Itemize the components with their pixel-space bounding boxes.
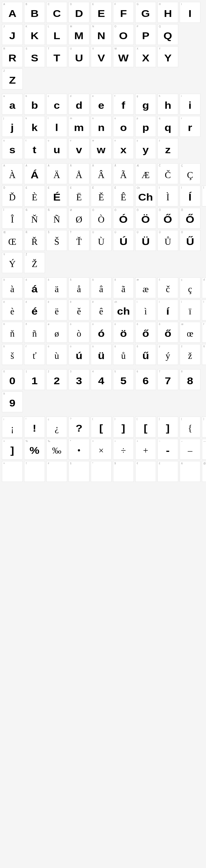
glyph-cell[interactable]: ]]: [158, 416, 178, 437]
glyph-cell[interactable]: ff: [113, 94, 134, 115]
glyph-cell[interactable]: *•: [69, 439, 89, 460]
glyph-cell[interactable]: QQ: [158, 24, 178, 45]
glyph-cell[interactable]: ÎÎ: [2, 208, 23, 228]
glyph-cell[interactable]: OO: [113, 24, 134, 45]
glyph-cell[interactable]: PP: [135, 24, 156, 45]
glyph-cell[interactable]: ??: [69, 416, 89, 437]
glyph-cell[interactable]: óó: [91, 322, 111, 343]
glyph-cell[interactable]: ÚÚ: [113, 230, 134, 251]
glyph-cell[interactable]: ss: [2, 138, 23, 159]
glyph-cell[interactable]: ìì: [135, 300, 156, 320]
glyph-cell[interactable]: çç: [180, 277, 200, 298]
glyph-cell[interactable]: úú: [69, 344, 89, 365]
glyph-cell[interactable]: UU: [69, 46, 89, 67]
glyph-cell[interactable]: òò: [69, 322, 89, 343]
glyph-cell[interactable]: áá: [24, 277, 45, 298]
glyph-cell[interactable]: 77: [158, 369, 178, 390]
glyph-cell[interactable]: ůű: [135, 344, 156, 365]
glyph-cell[interactable]: žž: [180, 344, 200, 365]
glyph-cell[interactable]: LL: [46, 24, 67, 45]
glyph-cell[interactable]: }}: [202, 416, 206, 437]
glyph-cell[interactable]: MM: [69, 24, 89, 45]
glyph-cell[interactable]: cc: [46, 94, 67, 115]
glyph-cell[interactable]: ââ: [91, 277, 111, 298]
glyph-cell[interactable]: %%: [24, 439, 45, 460]
glyph-cell[interactable]: 11: [24, 369, 45, 390]
glyph-cell[interactable]: ee: [91, 94, 111, 115]
glyph-cell[interactable]: FF: [113, 2, 134, 23]
glyph-cell[interactable]: uu: [46, 138, 67, 159]
glyph-cell[interactable]: ãã: [113, 277, 134, 298]
glyph-cell[interactable]: ŽŽ: [24, 252, 45, 273]
glyph-cell[interactable]: ææ: [135, 277, 156, 298]
glyph-cell[interactable]: ÍÍ: [180, 186, 200, 206]
glyph-cell[interactable]: BB: [24, 2, 45, 23]
glyph-cell[interactable]: ÀÀ: [2, 163, 23, 184]
glyph-cell[interactable]: )]: [113, 416, 134, 437]
glyph-cell[interactable]: ýý: [158, 344, 178, 365]
glyph-cell[interactable]: RR: [2, 46, 23, 67]
glyph-cell[interactable]: ÈÈ: [24, 186, 45, 206]
glyph-cell[interactable]: jj: [2, 116, 23, 137]
glyph-cell[interactable]: îî: [202, 300, 206, 320]
glyph-cell[interactable]: ÅÅ: [69, 163, 89, 184]
glyph-cell[interactable]: £: [158, 461, 178, 482]
glyph-cell[interactable]: ÇÇ: [180, 163, 200, 184]
glyph-cell[interactable]: TT: [46, 46, 67, 67]
glyph-cell[interactable]: čč: [158, 277, 178, 298]
glyph-cell[interactable]: œœ: [180, 322, 200, 343]
glyph-cell[interactable]: ÆÆ: [135, 163, 156, 184]
glyph-cell[interactable]: ÙÙ: [91, 230, 111, 251]
glyph-cell[interactable]: ûů: [113, 344, 134, 365]
glyph-cell[interactable]: êê: [91, 300, 111, 320]
glyph-cell[interactable]: 99: [2, 392, 23, 412]
glyph-cell[interactable]: 55: [113, 369, 134, 390]
glyph-cell[interactable]: šš: [2, 344, 23, 365]
glyph-cell[interactable]: ÏÏ: [202, 186, 206, 206]
glyph-cell[interactable]: ññ: [24, 322, 45, 343]
glyph-cell[interactable]: ++: [135, 439, 156, 460]
glyph-cell[interactable]: ÊÊ: [113, 186, 134, 206]
glyph-cell[interactable]: ([: [91, 416, 111, 437]
glyph-cell[interactable]: rr: [180, 116, 200, 137]
glyph-cell[interactable]: èè: [2, 300, 23, 320]
glyph-cell[interactable]: ÑÑ: [46, 208, 67, 228]
glyph-cell[interactable]: ĎĎ: [2, 186, 23, 206]
glyph-cell[interactable]: ChCh: [135, 186, 156, 206]
glyph-cell[interactable]: ÒÒ: [91, 208, 111, 228]
glyph-cell[interactable]: ‰‰: [46, 439, 67, 460]
glyph-cell[interactable]: $: [113, 461, 134, 482]
glyph-cell[interactable]: ÁÁ: [24, 163, 45, 184]
glyph-cell[interactable]: ŇŇ: [24, 208, 45, 228]
glyph-cell[interactable]: >]: [2, 439, 23, 460]
glyph-cell[interactable]: 22: [46, 369, 67, 390]
glyph-cell[interactable]: ii: [180, 94, 200, 115]
glyph-cell[interactable]: ––: [180, 439, 200, 460]
glyph-cell[interactable]: ÃÃ: [113, 163, 134, 184]
glyph-cell[interactable]: ÷÷: [113, 439, 134, 460]
glyph-cell[interactable]: xx: [113, 138, 134, 159]
glyph-cell[interactable]: JJ: [2, 24, 23, 45]
glyph-cell[interactable]: ŮŰ: [180, 230, 200, 251]
glyph-cell[interactable]: HH: [158, 2, 178, 23]
glyph-cell[interactable]: @: [202, 461, 206, 482]
glyph-cell[interactable]: åå: [69, 277, 89, 298]
glyph-cell[interactable]: aa: [2, 94, 23, 115]
glyph-cell[interactable]: ÔŐ: [158, 208, 178, 228]
glyph-cell[interactable]: ùù: [46, 344, 67, 365]
glyph-cell[interactable]: éé: [24, 300, 45, 320]
glyph-cell[interactable]: ĚĚ: [91, 186, 111, 206]
glyph-cell[interactable]: ŤŤ: [69, 230, 89, 251]
glyph-cell[interactable]: #: [46, 461, 67, 482]
glyph-cell[interactable]: ŒŒ: [2, 230, 23, 251]
glyph-cell[interactable]: ——: [202, 439, 206, 460]
glyph-cell[interactable]: VV: [91, 46, 111, 67]
glyph-cell[interactable]: WW: [113, 46, 134, 67]
glyph-cell[interactable]: 88: [180, 369, 200, 390]
glyph-cell[interactable]: =: [2, 461, 23, 482]
glyph-cell[interactable]: ëë: [46, 300, 67, 320]
glyph-cell[interactable]: 00: [2, 369, 23, 390]
glyph-cell[interactable]: ŠŠ: [46, 230, 67, 251]
glyph-cell[interactable]: [[: [135, 416, 156, 437]
glyph-cell[interactable]: ää: [46, 277, 67, 298]
